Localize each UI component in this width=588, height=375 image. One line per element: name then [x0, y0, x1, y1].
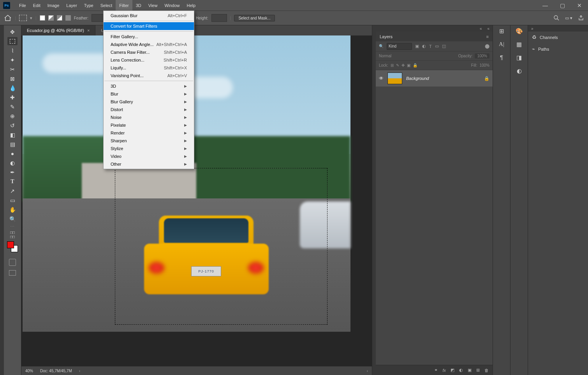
filter-adjust-icon[interactable]: ◐ — [422, 44, 426, 49]
menu-item[interactable]: Vanishing Point...Alt+Ctrl+V — [104, 72, 194, 80]
menu-file[interactable]: File — [16, 0, 30, 11]
move-tool[interactable]: ✥ — [7, 28, 18, 36]
edit-toolbar[interactable]: □□□□ — [7, 230, 18, 239]
add-selection-icon[interactable] — [48, 15, 54, 21]
blend-mode-select[interactable]: Normal — [379, 54, 456, 58]
screen-mode[interactable] — [9, 270, 16, 276]
menu-item[interactable]: Gaussian BlurAlt+Ctrl+F — [104, 12, 194, 19]
dodge-tool[interactable]: ◐ — [7, 159, 18, 167]
menu-view[interactable]: View — [145, 0, 161, 11]
height-input[interactable] — [211, 14, 227, 22]
filter-shape-icon[interactable]: ▭ — [435, 44, 439, 49]
menu-item[interactable]: Other▶ — [104, 160, 194, 168]
pen-tool[interactable]: ✒ — [7, 168, 18, 176]
lock-position-icon[interactable]: ✥ — [401, 63, 405, 67]
props-icon[interactable]: ⊞ — [499, 28, 504, 35]
swatches-icon[interactable]: ▦ — [516, 41, 522, 48]
menu-item[interactable]: Camera Raw Filter...Shift+Ctrl+A — [104, 48, 194, 56]
menu-item[interactable]: Filter Gallery... — [104, 33, 194, 41]
menu-item[interactable]: Pixelate▶ — [104, 121, 194, 129]
new-layer-icon[interactable]: ⊞ — [476, 368, 480, 373]
more-tools[interactable]: ⋯ — [10, 224, 15, 229]
home-icon[interactable] — [4, 14, 12, 21]
layer-filter-input[interactable] — [387, 43, 412, 50]
collapse-icon-2[interactable]: « — [487, 27, 489, 31]
close-button[interactable]: ✕ — [571, 0, 588, 11]
menu-item[interactable]: Liquify...Shift+Ctrl+X — [104, 64, 194, 72]
workspace-icon[interactable]: ▭ ▾ — [565, 16, 572, 21]
menu-item[interactable]: Blur▶ — [104, 90, 194, 98]
menu-item[interactable]: 3D▶ — [104, 82, 194, 90]
collapse-icon[interactable]: « — [480, 27, 482, 31]
visibility-icon[interactable]: 👁 — [379, 76, 384, 81]
minimize-button[interactable]: — — [537, 0, 554, 11]
blur-tool[interactable]: ● — [7, 149, 18, 157]
crop-tool[interactable]: ✂ — [7, 65, 18, 73]
eyedropper-tool[interactable]: 💧 — [7, 84, 18, 92]
filter-toggle[interactable]: ⬤ — [485, 44, 489, 49]
search-icon[interactable] — [553, 15, 560, 21]
hand-tool[interactable]: ✋ — [7, 205, 18, 214]
menu-help[interactable]: Help — [183, 0, 199, 11]
link-icon[interactable]: ⚭ — [434, 368, 438, 373]
zoom-tool[interactable]: 🔍 — [7, 215, 18, 223]
doc-size[interactable]: Doc: 45,7M/45,7M — [40, 369, 72, 373]
type-tool[interactable]: T — [7, 177, 18, 186]
gradient-tool[interactable]: ▤ — [7, 140, 18, 148]
menu-item[interactable]: Sharpen▶ — [104, 137, 194, 145]
brush-tool[interactable]: ✎ — [7, 103, 18, 111]
maximize-button[interactable]: ▢ — [554, 0, 571, 11]
fx-icon[interactable]: fx — [442, 368, 446, 373]
eraser-tool[interactable]: ◧ — [7, 131, 18, 139]
adjust-icon[interactable]: ◐ — [517, 67, 522, 74]
menu-window[interactable]: Window — [161, 0, 183, 11]
menu-item[interactable]: Noise▶ — [104, 113, 194, 121]
lock-pixels-icon[interactable]: ⊞ — [391, 63, 394, 67]
lasso-tool[interactable]: ⌇ — [7, 46, 18, 55]
wand-tool[interactable]: ✦ — [7, 56, 18, 64]
heal-tool[interactable]: ✚ — [7, 93, 18, 101]
menu-type[interactable]: Type — [81, 0, 97, 11]
menu-item[interactable]: Render▶ — [104, 129, 194, 137]
mask-icon[interactable]: ◩ — [451, 368, 454, 373]
filter-type-icon[interactable]: T — [429, 44, 432, 49]
menu-item[interactable]: Stylize▶ — [104, 145, 194, 152]
menu-image[interactable]: Image — [44, 0, 63, 11]
panel-button-channels[interactable]: ♻Channels — [528, 32, 588, 43]
filter-image-icon[interactable]: ▣ — [415, 44, 419, 49]
filter-smart-icon[interactable]: ◫ — [442, 44, 446, 49]
frame-tool[interactable]: ⊠ — [7, 74, 18, 83]
lock-all-icon[interactable]: 🔒 — [413, 63, 417, 67]
menu-item[interactable]: Distort▶ — [104, 106, 194, 113]
para-icon[interactable]: ¶ — [500, 54, 503, 60]
close-tab-icon[interactable]: × — [87, 28, 90, 33]
subtract-selection-icon[interactable] — [57, 15, 62, 21]
quick-mask[interactable] — [9, 259, 16, 266]
menu-layer[interactable]: Layer — [63, 0, 81, 11]
path-tool[interactable]: ↗ — [7, 187, 18, 195]
fill-value[interactable]: 100% — [479, 63, 489, 67]
collapse-icon-r[interactable]: » — [531, 27, 533, 31]
color-swatches[interactable] — [7, 241, 18, 252]
layer-row[interactable]: 👁 Background 🔒 — [376, 70, 493, 87]
new-selection-icon[interactable] — [40, 15, 45, 21]
marquee-tool[interactable] — [7, 37, 18, 45]
adjustment-icon[interactable]: ◐ — [459, 368, 463, 373]
group-icon[interactable]: ▣ — [468, 368, 472, 373]
lock-brush-icon[interactable]: ✎ — [396, 63, 399, 67]
intersect-selection-icon[interactable] — [65, 15, 71, 21]
document-tab[interactable]: Ecuador.jpg @ 40% (RGB/8#)× — [21, 25, 95, 35]
menu-3d[interactable]: 3D — [132, 0, 145, 11]
marquee-tool-icon[interactable] — [19, 15, 27, 21]
menu-item[interactable]: Convert for Smart Filters — [104, 22, 194, 30]
lock-icon[interactable]: 🔒 — [484, 76, 489, 81]
history-brush-tool[interactable]: ↺ — [7, 121, 18, 129]
menu-filter[interactable]: Filter — [116, 0, 132, 11]
canvas[interactable]: PJ-1770 — [21, 35, 372, 366]
share-icon[interactable] — [578, 15, 584, 21]
panel-button-paths[interactable]: ⌁Paths — [528, 43, 588, 55]
stamp-tool[interactable]: ⊕ — [7, 112, 18, 120]
layers-panel-header[interactable]: Layers ≡ — [376, 32, 493, 41]
select-and-mask-button[interactable]: Select and Mask... — [234, 15, 275, 21]
char-icon[interactable]: A| — [499, 41, 504, 48]
